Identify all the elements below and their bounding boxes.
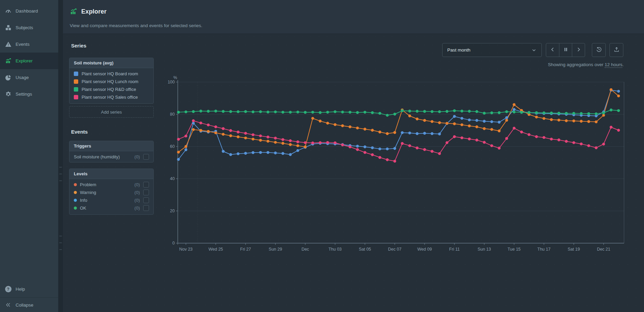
series-color-chip [74,95,78,99]
sidebar-item-label: Settings [16,92,32,97]
step-back-button[interactable] [546,43,559,57]
levels-title: Levels [69,169,153,179]
series-color-chip [74,87,78,92]
svg-text:Thu 03: Thu 03 [328,247,342,252]
gutter-mark [59,174,62,174]
sidebar-item-dashboard[interactable]: Dashboard [0,3,58,19]
series-legend-item[interactable]: Plant sensor HQ Lunch room [69,78,153,85]
level-dot [74,183,77,186]
svg-text:Dec: Dec [301,247,309,252]
sidebar-item-help[interactable]: ? Help [0,281,58,297]
series-panel: Soil moisture (avg) Plant sensor HQ Boar… [69,58,154,104]
event-count: (0) [134,154,140,159]
sidebar: DashboardSubjectsEventsExplorerUsageSett… [0,0,58,312]
series-legend-item[interactable]: Plant sensor HQ Board room [69,70,153,78]
svg-text:Tue 15: Tue 15 [508,247,521,252]
main-area: Explorer View and compare measurements a… [63,0,644,312]
step-forward-button[interactable] [572,43,585,57]
pause-button[interactable] [559,43,572,57]
event-count: (0) [134,206,140,211]
time-range-select[interactable]: Past month [442,43,542,57]
series-legend-item[interactable]: Plant sensor HQ Sales office [69,93,153,101]
svg-text:60: 60 [170,144,175,149]
level-row: Info(0) [69,196,153,204]
page-title: Explorer [81,8,107,15]
gutter-mark [59,249,62,250]
sidebar-collapse-label: Collapse [16,303,34,308]
svg-text:Wed 25: Wed 25 [209,247,223,252]
svg-text:Thu 17: Thu 17 [537,247,551,252]
history-icon [596,46,602,54]
chart-icon [5,58,12,64]
sidebar-item-usage[interactable]: Usage [0,69,58,86]
export-button[interactable] [609,43,623,57]
svg-text:20: 20 [170,209,175,213]
series-color-chip [74,72,78,76]
level-row: Problem(0) [69,181,153,189]
sidebar-item-label: Usage [16,75,29,80]
collapse-chevrons-icon [5,301,12,308]
level-row: Warning(0) [69,189,153,196]
sidebar-item-label: Events [16,42,29,47]
pause-icon [563,46,569,54]
toggle-label: Warning [80,190,96,195]
gutter-mark [59,242,62,243]
toggle-label: OK [80,206,86,211]
gauge-icon [5,8,12,15]
svg-text:Sat 05: Sat 05 [359,247,371,252]
gutter-mark [59,180,62,181]
gear-icon [5,91,12,98]
sidebar-collapse-button[interactable]: Collapse [0,298,58,312]
level-row: OK(0) [69,204,153,212]
series-list: Plant sensor HQ Board roomPlant sensor H… [69,68,153,103]
sidebar-item-label: Explorer [16,58,33,63]
series-label: Plant sensor HQ Lunch room [82,79,138,84]
level-dot [74,199,77,202]
gutter-mark [59,167,62,168]
levels-list: Problem(0)Warning(0)Info(0)OK(0) [69,179,153,214]
events-heading: Events [71,129,88,135]
sidebar-scrollbar-gutter[interactable] [58,0,63,312]
triggers-title: Triggers [69,141,153,151]
warning-triangle-icon [5,41,12,48]
explorer-chart[interactable]: 020406080100%Nov 23Wed 25Fri 27Sun 29Dec… [146,75,628,257]
chevron-down-icon [531,47,537,53]
sidebar-bottom: ? Help Collapse [0,281,58,312]
aggregation-note: Showing aggregations over 12 hours. [548,62,624,67]
svg-text:Dec 07: Dec 07 [388,247,402,252]
sidebar-item-explorer[interactable]: Explorer [0,53,58,69]
svg-text:Fri 11: Fri 11 [449,247,460,252]
svg-text:Nov 23: Nov 23 [179,247,193,252]
svg-text:40: 40 [170,176,175,181]
app: { "sidebar": { "items": [ {"label": "Das… [0,0,644,312]
page-header: Explorer View and compare measurements a… [63,0,644,34]
reset-history-button[interactable] [592,43,606,57]
trigger-row: Soil moisture (humidity)(0) [69,151,153,162]
triggers-list: Soil moisture (humidity)(0) [69,151,153,162]
series-group-title: Soil moisture (avg) [69,58,153,68]
aggregation-suffix: . [622,62,624,67]
series-label: Plant sensor HQ Sales office [82,95,138,100]
explorer-chart-svg: 020406080100%Nov 23Wed 25Fri 27Sun 29Dec… [146,75,628,257]
svg-text:0: 0 [172,241,175,246]
event-count: (0) [134,190,140,195]
sidebar-item-events[interactable]: Events [0,36,58,53]
series-label: Plant sensor HQ R&D office [82,87,136,92]
sidebar-item-settings[interactable]: Settings [0,86,58,102]
toggle-label: Problem [80,182,96,187]
aggregation-interval-link[interactable]: 12 hours [605,62,623,68]
svg-text:%: % [173,75,177,80]
svg-text:Fri 27: Fri 27 [240,247,251,252]
series-legend-item[interactable]: Plant sensor HQ R&D office [69,85,153,93]
series-heading: Series [71,43,86,48]
sidebar-item-subjects[interactable]: Subjects [0,19,58,36]
triggers-panel: Triggers Soil moisture (humidity)(0) [69,141,154,162]
level-dot [74,207,77,210]
add-series-button[interactable]: Add series [69,106,154,118]
page-subtitle: View and compare measurements and events… [70,23,202,28]
event-count: (0) [134,198,140,203]
playback-button-group [546,43,585,57]
sidebar-help-label: Help [16,287,25,292]
explorer-chart-icon [70,8,77,15]
event-count: (0) [134,182,140,187]
